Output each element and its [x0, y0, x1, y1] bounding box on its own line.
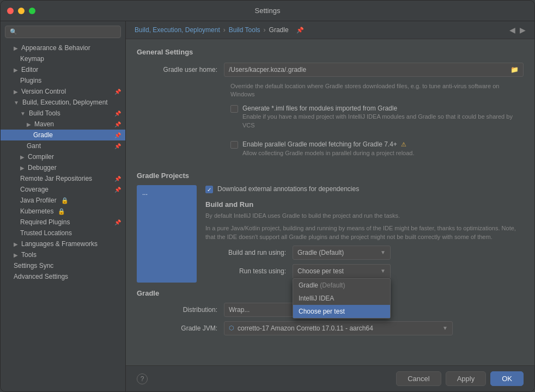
gradle-jvm-label: Gradle JVM: [137, 324, 224, 332]
maximize-button[interactable] [29, 8, 35, 14]
download-annotations-label: Download external annotations for depend… [217, 185, 359, 194]
sidebar-item-kubernetes[interactable]: Kubernetes 🔒 [1, 206, 125, 217]
project-item[interactable]: ... [139, 187, 194, 198]
sidebar-item-java-profiler[interactable]: Java Profiler 🔒 [1, 195, 125, 206]
sidebar-item-required-plugins[interactable]: Required Plugins 📌 [1, 217, 125, 228]
build-run-title: Build and Run [205, 200, 524, 209]
generate-iml-hint: Enable if you have a mixed project with … [242, 113, 524, 130]
breadcrumb-sep1: › [223, 26, 226, 34]
generate-iml-checkbox[interactable] [230, 105, 238, 113]
gradle-user-home-row: Gradle user home: /Users/kacper.koza/.gr… [137, 63, 524, 77]
minimize-button[interactable] [18, 8, 25, 14]
generate-iml-row: Generate *.iml files for modules importe… [230, 105, 524, 135]
sidebar-item-appearance[interactable]: ▶ Appearance & Behavior [1, 42, 125, 53]
search-icon: 🔍 [10, 28, 17, 35]
sidebar: 🔍 ▶ Appearance & Behavior Keymap ▶ Edito… [1, 21, 126, 391]
build-run-using-row: Build and run using: Gradle (Default) ▼ [205, 246, 524, 260]
search-box[interactable]: 🔍 [5, 26, 121, 38]
ok-button[interactable]: OK [490, 371, 524, 386]
gradle-projects-title: Gradle Projects [137, 171, 524, 180]
sidebar-item-coverage[interactable]: Coverage 📌 [1, 184, 125, 195]
footer-buttons: Cancel Apply OK [396, 371, 524, 386]
sidebar-item-advanced-settings[interactable]: Advanced Settings [1, 271, 125, 282]
sidebar-item-debugger[interactable]: ▶ Debugger [1, 162, 125, 173]
sidebar-item-editor[interactable]: ▶ Editor [1, 64, 125, 75]
sidebar-item-version-control[interactable]: ▶ Version Control 📌 [1, 86, 125, 97]
annotations-row: ✓ Download external annotations for depe… [205, 185, 524, 194]
dropdown-option-intellij[interactable]: IntelliJ IDEA [293, 292, 390, 305]
pin-icon: 📌 [114, 89, 121, 95]
main-content: 🔍 ▶ Appearance & Behavior Keymap ▶ Edito… [1, 21, 534, 391]
sidebar-item-compiler[interactable]: ▶ Compiler [1, 151, 125, 162]
sidebar-item-keymap[interactable]: Keymap [1, 53, 125, 64]
build-run-desc2: In a pure Java/Kotlin project, building … [205, 224, 524, 241]
lock-icon: 🔒 [61, 197, 69, 204]
breadcrumb-sep2: › [264, 26, 266, 34]
cancel-button[interactable]: Cancel [396, 371, 441, 386]
sidebar-item-build-tools[interactable]: ▼ Build Tools 📌 [1, 108, 125, 119]
enable-parallel-checkbox[interactable] [230, 141, 238, 149]
footer: ? Cancel Apply OK [126, 365, 534, 391]
generate-iml-label: Generate *.iml files for modules importe… [242, 105, 524, 113]
general-settings-title: General Settings [137, 48, 524, 56]
breadcrumb-pin[interactable]: 📌 [296, 27, 304, 34]
sidebar-item-gant[interactable]: Gant 📌 [1, 140, 125, 151]
traffic-lights [7, 8, 35, 14]
gradle-user-home-hint: Override the default location where Grad… [230, 82, 524, 99]
sidebar-item-languages[interactable]: ▶ Languages & Frameworks [1, 238, 125, 249]
lock-icon: 🔒 [58, 208, 65, 215]
pin-icon: 📌 [114, 121, 121, 127]
gradle-projects-area: ... ✓ Download external annotations for … [137, 185, 524, 283]
sidebar-item-plugins[interactable]: Plugins [1, 75, 125, 86]
enable-parallel-label: Enable parallel Gradle model fetching fo… [242, 140, 415, 149]
breadcrumb-part1[interactable]: Build, Execution, Deployment [135, 26, 220, 34]
sidebar-item-remote-jar[interactable]: Remote Jar Repositories 📌 [1, 173, 125, 184]
corretto-icon: ⬡ [229, 324, 234, 332]
apply-button[interactable]: Apply [446, 371, 487, 386]
nav-arrows: ◀ ▶ [509, 26, 526, 34]
build-run-using-dropdown[interactable]: Gradle (Default) ▼ [293, 246, 391, 260]
settings-window: Settings 🔍 ▶ Appearance & Behavior Keyma… [0, 0, 535, 392]
settings-content: General Settings Gradle user home: /User… [126, 39, 534, 365]
sidebar-item-tools[interactable]: ▶ Tools [1, 249, 125, 260]
enable-parallel-row: Enable parallel Gradle model fetching fo… [230, 140, 524, 163]
sidebar-item-build-execution[interactable]: ▼ Build, Execution, Deployment [1, 97, 125, 108]
gradle-user-home-label: Gradle user home: [137, 66, 224, 74]
distribution-label: Distribution: [137, 306, 224, 314]
run-tests-using-label: Run tests using: [205, 267, 293, 275]
run-tests-using-dropdown[interactable]: Choose per test ▼ [293, 264, 391, 278]
main-panel: Build, Execution, Deployment › Build Too… [126, 21, 534, 391]
breadcrumb-part2[interactable]: Build Tools [229, 26, 260, 34]
run-tests-dropdown-container: Choose per test ▼ Gradle (Default) Intel… [293, 264, 391, 278]
breadcrumb-current: Gradle [269, 26, 289, 34]
pin-icon: 📌 [114, 132, 121, 138]
title-bar: Settings [1, 1, 534, 21]
pin-icon: 📌 [114, 187, 121, 193]
pin-icon: 📌 [114, 219, 121, 225]
help-button[interactable]: ? [137, 373, 148, 384]
forward-arrow[interactable]: ▶ [520, 26, 526, 34]
sidebar-item-trusted-locations[interactable]: Trusted Locations [1, 228, 125, 238]
chevron-down-icon: ▼ [380, 268, 386, 274]
run-tests-using-row: Run tests using: Choose per test ▼ Gradl… [205, 264, 524, 278]
build-run-section: Build and Run By default IntelliJ IDEA u… [205, 200, 524, 278]
sidebar-item-maven[interactable]: ▶ Maven 📌 [1, 119, 125, 130]
breadcrumb-bar: Build, Execution, Deployment › Build Too… [126, 21, 534, 39]
gradle-user-home-input[interactable]: /Users/kacper.koza/.gradle 📁 [224, 63, 524, 77]
download-annotations-checkbox[interactable]: ✓ [205, 186, 213, 193]
pin-icon: 📌 [114, 111, 121, 117]
back-arrow[interactable]: ◀ [509, 26, 515, 34]
sidebar-item-settings-sync[interactable]: Settings Sync [1, 260, 125, 271]
projects-list[interactable]: ... [137, 185, 197, 283]
gradle-jvm-dropdown[interactable]: ⬡ corretto-17 Amazon Corretto 17.0.11 - … [224, 321, 453, 335]
close-button[interactable] [7, 8, 14, 14]
pin-icon: 📌 [114, 176, 121, 182]
build-run-desc1: By default IntelliJ IDEA uses Gradle to … [205, 212, 524, 220]
sidebar-item-gradle[interactable]: Gradle 📌 [1, 130, 125, 140]
dropdown-option-gradle[interactable]: Gradle (Default) [293, 279, 390, 292]
warning-icon: ⚠ [401, 141, 406, 148]
pin-icon: 📌 [114, 143, 121, 149]
dropdown-option-choose-per-test[interactable]: Choose per test [293, 305, 390, 318]
chevron-down-icon: ▼ [380, 249, 386, 255]
gradle-jvm-row: Gradle JVM: ⬡ corretto-17 Amazon Corrett… [137, 321, 524, 335]
